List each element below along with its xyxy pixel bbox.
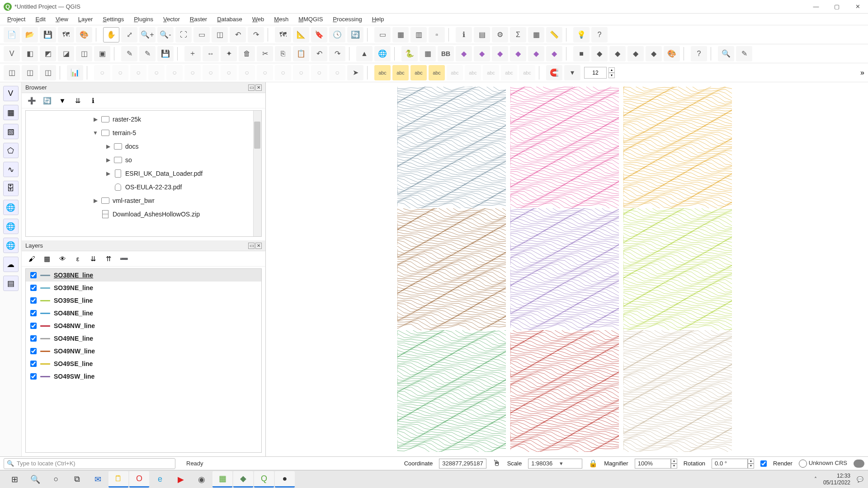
paste-button[interactable]: 📋 — [293, 46, 309, 61]
d12-button[interactable]: ○ — [293, 65, 309, 80]
lock-icon[interactable]: 🔒 — [589, 459, 598, 468]
tray-up-icon[interactable]: ˄ — [814, 476, 817, 483]
globe-button[interactable]: 🌐 — [3, 200, 19, 215]
grid-button[interactable]: ▦ — [3, 105, 19, 120]
identify-button[interactable]: ℹ — [456, 27, 472, 42]
d8-button[interactable]: ○ — [221, 65, 237, 80]
magnifier-value[interactable]: 100% ▴▾ — [635, 459, 677, 469]
purple1-button[interactable]: ◆ — [456, 46, 472, 61]
layer-item[interactable]: SO49NW_line — [26, 345, 261, 357]
layers-filter-legend-button[interactable]: 👁 — [56, 253, 69, 265]
bb-button[interactable]: BB — [438, 46, 454, 61]
browser-info-button[interactable]: ℹ — [87, 95, 99, 107]
layer-visibility-checkbox[interactable] — [30, 361, 37, 367]
purple4-button[interactable]: ◆ — [510, 46, 526, 61]
cloud-button[interactable]: ☁ — [3, 257, 19, 272]
new-vector-button[interactable]: V — [4, 46, 20, 61]
move-feature-button[interactable]: ↔ — [203, 46, 219, 61]
redo-button[interactable]: ↷ — [329, 46, 345, 61]
taskbar-clock[interactable]: 12:33 05/11/2022 — [823, 473, 850, 486]
l6-button[interactable]: abc — [465, 65, 481, 80]
layers-expr-button[interactable]: ε — [71, 253, 84, 265]
layers-expand-button[interactable]: ⇊ — [87, 253, 99, 265]
layers-remove-button[interactable]: ➖ — [118, 253, 130, 265]
taskbar-search[interactable]: 🔍 — [25, 471, 45, 488]
layers-collapse-button[interactable]: ⇈ — [102, 253, 115, 265]
wms-button[interactable]: 🌐 — [3, 219, 19, 234]
new-spatialite-button[interactable]: ◪ — [58, 46, 74, 61]
layer-visibility-checkbox[interactable] — [30, 310, 37, 316]
tree-item[interactable]: ▶so — [26, 153, 261, 167]
g3-button[interactable]: ◫ — [40, 65, 56, 80]
layer-item[interactable]: SO49SE_line — [26, 357, 261, 370]
l7-button[interactable]: abc — [483, 65, 499, 80]
menu-project[interactable]: Project — [3, 15, 30, 23]
taskbar-outlook[interactable]: ✉ — [88, 471, 108, 488]
zoom-last-button[interactable]: ↶ — [230, 27, 246, 42]
layers-add-group-button[interactable]: ▦ — [41, 253, 53, 265]
layer-vec-button[interactable]: ▧ — [3, 124, 19, 139]
menu-plugins[interactable]: Plugins — [129, 15, 158, 23]
maximize-button[interactable]: ▢ — [826, 0, 847, 14]
zoom-layer-button[interactable]: ◫ — [212, 27, 228, 42]
l9-button[interactable]: abc — [519, 65, 535, 80]
save-all-edits-button[interactable]: 💾 — [157, 46, 174, 61]
d10-button[interactable]: ○ — [257, 65, 273, 80]
label2-button[interactable]: abc — [392, 65, 409, 80]
new-virtual-button[interactable]: ◫ — [76, 46, 92, 61]
menu-layer[interactable]: Layer — [74, 15, 98, 23]
menu-settings[interactable]: Settings — [98, 15, 128, 23]
layer-visibility-checkbox[interactable] — [30, 297, 37, 304]
open-table-button[interactable]: ▦ — [528, 27, 544, 42]
purple3-button[interactable]: ◆ — [492, 46, 508, 61]
delete-button[interactable]: 🗑 — [239, 46, 255, 61]
layers-float-button[interactable]: ▭ — [248, 243, 255, 249]
browser-float-button[interactable]: ▭ — [248, 84, 255, 91]
cut-button[interactable]: ✂ — [257, 46, 273, 61]
scale-value[interactable]: 1:98036 — [528, 459, 582, 469]
add-feature-button[interactable]: ＋ — [184, 46, 201, 61]
minimize-button[interactable]: — — [806, 0, 826, 14]
tree-item[interactable]: ▶ESRI_UK_Data_Loader.pdf — [26, 167, 261, 180]
style-manager-button[interactable]: 🎨 — [76, 27, 92, 42]
menu-edit[interactable]: Edit — [31, 15, 50, 23]
refresh-button[interactable]: 🔄 — [347, 27, 363, 42]
browser-tree[interactable]: ▶raster-25k▼terrain-5▶docs▶so▶ESRI_UK_Da… — [25, 110, 262, 237]
new-memory-button[interactable]: ▣ — [94, 46, 110, 61]
messages-icon[interactable] — [854, 460, 864, 468]
new-map-view-button[interactable]: 🗺 — [275, 27, 291, 42]
taskbar-opera[interactable]: O — [129, 471, 149, 488]
snap-tolerance-spinner[interactable]: ▴▾ — [609, 67, 615, 78]
label1-button[interactable]: abc — [374, 65, 391, 80]
taskbar-obs[interactable]: ● — [275, 471, 295, 488]
browser-close-button[interactable]: ✕ — [255, 84, 262, 91]
d2-button[interactable]: ○ — [112, 65, 128, 80]
layer-visibility-checkbox[interactable] — [30, 323, 37, 329]
l8-button[interactable]: abc — [501, 65, 517, 80]
taskbar-taskview[interactable]: ⧉ — [67, 471, 87, 488]
zoom-next-button[interactable]: ↷ — [248, 27, 264, 42]
poly-button[interactable]: ⬠ — [3, 143, 19, 158]
layer-item[interactable]: SO49SW_line — [26, 370, 261, 383]
menu-web[interactable]: Web — [248, 15, 269, 23]
green2-button[interactable]: ◆ — [627, 46, 644, 61]
chart-button[interactable]: 📊 — [67, 65, 83, 80]
zoom-full-button[interactable]: ⛶ — [175, 27, 192, 42]
copy-button[interactable]: ⎘ — [275, 46, 291, 61]
render-checkbox[interactable] — [760, 460, 767, 467]
tree-item[interactable]: OS-EULA-22-23.pdf — [26, 180, 261, 194]
rotation-value[interactable]: 0.0 ° ▴▾ — [712, 459, 754, 469]
stats-button[interactable]: Σ — [510, 27, 526, 42]
select-value-button[interactable]: ▥ — [410, 27, 427, 42]
map-canvas[interactable] — [266, 82, 868, 456]
layers-close-button[interactable]: ✕ — [255, 243, 262, 249]
browser-filter-button[interactable]: ▼ — [56, 95, 69, 107]
curve-button[interactable]: ∿ — [3, 162, 19, 177]
green3-button[interactable]: ◆ — [646, 46, 662, 61]
menu-database[interactable]: Database — [212, 15, 247, 23]
table2-button[interactable]: ▤ — [3, 276, 19, 291]
g1-button[interactable]: ◫ — [4, 65, 20, 80]
select-button[interactable]: ▭ — [374, 27, 391, 42]
layers-style-button[interactable]: 🖌 — [25, 253, 38, 265]
open-attr-table-button[interactable]: ▤ — [474, 27, 490, 42]
